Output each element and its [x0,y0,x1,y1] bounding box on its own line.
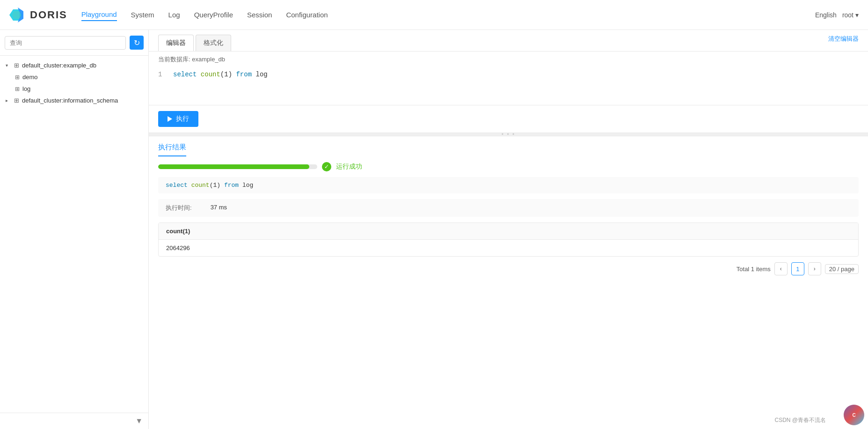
nav-playground[interactable]: Playground [81,8,117,21]
line-number: 1 [158,69,166,80]
language-selector[interactable]: English [815,11,837,19]
database-icon: ⊞ [14,62,19,69]
execute-button[interactable]: 执行 [158,111,198,127]
nav-configuration[interactable]: Configuration [286,9,328,21]
chevron-down-icon: ▾ [6,63,11,68]
page-size-selector[interactable]: 20 / page [825,264,859,274]
play-icon [168,116,172,122]
progress-bar-fill [158,164,309,169]
result-query-count: count [191,182,210,189]
tree-container: ▾ ⊞ default_cluster:example_db ⊞ demo ⊞ … [0,56,148,413]
tree-table-demo-label: demo [22,74,38,81]
table-name: log [255,71,267,78]
progress-bar-container [158,164,317,169]
refresh-icon: ↻ [134,38,140,47]
resizer[interactable]: • • • [149,133,868,136]
tree-db-information[interactable]: ▸ ⊞ default_cluster:information_schema [0,95,148,106]
csdn-badge-icon: C [852,413,855,418]
results-section: 执行结果 ✓ 运行成功 select count(1) from log [149,136,868,429]
code-area[interactable]: 1 select count(1) from log [149,67,868,105]
doris-logo-icon [9,7,26,23]
csdn-badge[interactable]: C [844,405,864,425]
nav-system[interactable]: System [131,9,154,21]
footer-watermark: CSDN @青春不流名 [774,416,826,424]
user-chevron-icon: ▾ [855,11,859,19]
nav-items: Playground System Log QueryProfile Sessi… [81,8,815,21]
num-1: 1 [224,71,228,78]
current-db-label: 当前数据库: example_db [149,52,868,67]
nav-log[interactable]: Log [168,9,180,21]
nav-right: English root ▾ [815,11,859,19]
col-header-count: count(1) [159,223,858,240]
exec-time-label: 执行时间: [166,204,192,212]
keyword-from: from [236,71,252,78]
fn-count: count [201,71,220,78]
code-content: select count(1) from log [173,69,268,80]
main-layout: ↻ ▾ ⊞ default_cluster:example_db ⊞ demo … [0,30,868,429]
tree-table-log-label: log [22,85,30,92]
cell-count-value: 2064296 [159,240,858,257]
total-items-text: Total 1 items [737,266,771,273]
prev-page-button[interactable]: ‹ [774,262,788,275]
table-row: 2064296 [159,240,858,257]
chevron-right-icon: ▸ [6,98,11,103]
logo: DORIS [9,7,67,23]
search-input[interactable] [5,36,126,50]
user-menu[interactable]: root ▾ [842,11,859,19]
editor-section: 编辑器 格式化 清空编辑器 当前数据库: example_db 1 select… [149,30,868,105]
nav-session[interactable]: Session [247,9,272,21]
success-text: 运行成功 [336,163,362,171]
exec-row: 执行时间: 37 ms [166,204,851,212]
results-table: count(1) 2064296 [159,223,858,256]
tab-format[interactable]: 格式化 [196,35,231,51]
paren-2: ) [228,71,232,78]
svg-marker-2 [12,11,22,19]
sidebar-expand-icon[interactable]: ▼ [135,417,143,425]
tree-db-example[interactable]: ▾ ⊞ default_cluster:example_db [0,59,148,71]
paren-1: ( [220,71,224,78]
table-icon: ⊞ [15,74,20,81]
app-name: DORIS [30,9,67,21]
tree-db-information-label: default_cluster:information_schema [22,97,118,104]
content-area: 编辑器 格式化 清空编辑器 当前数据库: example_db 1 select… [149,30,868,429]
query-display: select count(1) from log [158,177,859,193]
sidebar: ↻ ▾ ⊞ default_cluster:example_db ⊞ demo … [0,30,149,429]
username-label: root [842,11,853,19]
database-icon-2: ⊞ [14,97,19,104]
sidebar-bottom: ▼ [0,413,148,429]
sidebar-search-area: ↻ [0,30,148,56]
navbar: DORIS Playground System Log QueryProfile… [0,0,868,30]
result-paren2: ) [217,182,220,189]
progress-row: ✓ 运行成功 [149,162,868,177]
code-line-1: 1 select count(1) from log [158,69,859,80]
tree-table-demo[interactable]: ⊞ demo [0,71,148,83]
tab-editor[interactable]: 编辑器 [158,35,194,51]
exec-info: 执行时间: 37 ms [158,199,859,217]
refresh-button[interactable]: ↻ [130,36,144,50]
execute-area: 执行 [149,105,868,133]
results-header: 执行结果 [149,136,868,162]
nav-queryprofile[interactable]: QueryProfile [194,9,233,21]
pagination: Total 1 items ‹ 1 › 20 / page [149,257,868,281]
tree-db-example-label: default_cluster:example_db [22,62,96,69]
success-check-icon: ✓ [322,162,331,171]
tree-table-log[interactable]: ⊞ log [0,83,148,95]
result-query-select: select [166,182,188,189]
current-page: 1 [791,262,804,275]
result-query-log: log [242,182,253,189]
keyword-select: select [173,71,197,78]
clear-editor-button[interactable]: 清空编辑器 [828,35,859,43]
result-query-from: from [224,182,239,189]
table-icon-2: ⊞ [15,86,20,92]
execute-label: 执行 [176,115,189,123]
results-table-wrapper: count(1) 2064296 [158,222,859,257]
results-title: 执行结果 [158,143,186,156]
editor-tabs: 编辑器 格式化 清空编辑器 [149,30,868,52]
next-page-button[interactable]: › [808,262,821,275]
exec-time-value: 37 ms [211,204,227,212]
